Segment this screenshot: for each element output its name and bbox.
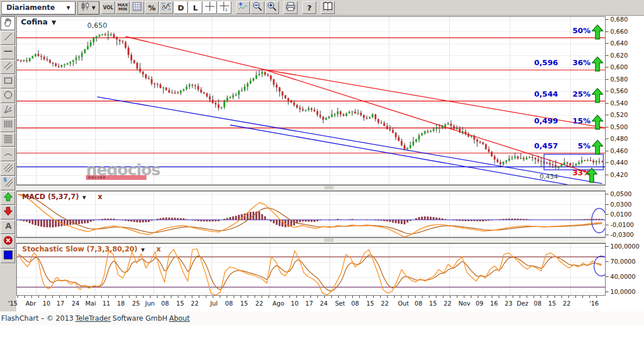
print-button[interactable]: [284, 1, 298, 14]
x-axis-tick: [331, 296, 332, 298]
x-axis-tick: [192, 296, 192, 298]
percent-scale-button[interactable]: %: [145, 1, 159, 14]
x-axis-label: 24: [71, 300, 79, 307]
macd-panel[interactable]: [16, 191, 606, 237]
x-axis-tick: [338, 296, 339, 298]
crosshair-button[interactable]: [203, 1, 217, 14]
splitter-grip-icon[interactable]: [324, 239, 334, 242]
svg-text:L: L: [226, 8, 228, 12]
volume-button[interactable]: VOL: [101, 1, 115, 14]
x-axis-tick: [52, 296, 53, 298]
x-axis-tick: [575, 296, 576, 298]
x-axis-tick: [73, 296, 74, 298]
y-axis-tick: [606, 91, 609, 91]
x-axis-tick: [401, 296, 402, 298]
tool-text-tool[interactable]: A: [1, 220, 15, 234]
symbol-name: Cofina: [21, 17, 48, 26]
chevron-down-icon[interactable]: ▼: [140, 247, 146, 253]
panel-splitter[interactable]: [16, 237, 606, 243]
tool-speed-lines[interactable]: [1, 162, 15, 176]
help-button[interactable]: ?: [302, 1, 316, 14]
add-indicator-button[interactable]: [236, 1, 250, 14]
x-axis-tick: [485, 296, 485, 298]
x-axis-tick: [185, 296, 185, 298]
macd-close-button[interactable]: x: [98, 193, 102, 201]
y-axis-tick: [606, 261, 609, 262]
chevron-down-icon: ▼: [51, 19, 58, 26]
tool-delete-tool[interactable]: [1, 235, 15, 249]
tool-gann-lines[interactable]: S: [1, 176, 15, 190]
fib-price-label: 0,499: [521, 116, 558, 125]
draw-mode-button-label: D: [178, 3, 184, 12]
tool-arrow-up-marker[interactable]: [1, 191, 15, 205]
x-axis-label: 22: [563, 300, 570, 307]
tool-fan-lines[interactable]: [1, 104, 15, 118]
tool-rectangle[interactable]: [1, 75, 15, 88]
x-axis-tick: [520, 296, 520, 298]
price-chart-panel[interactable]: [16, 16, 606, 185]
y-axis-tick: [606, 276, 609, 277]
tool-ellipse[interactable]: [1, 89, 15, 103]
tool-parallel-line[interactable]: [1, 60, 15, 74]
splitter-grip-icon[interactable]: [324, 186, 334, 190]
tool-trend-line[interactable]: [1, 31, 15, 45]
watermark-bar: ONLINE: [86, 175, 146, 180]
chart-type-dropdown[interactable]: ▼: [77, 1, 99, 15]
manual-button[interactable]: [321, 1, 335, 14]
x-axis-tick: [317, 296, 318, 298]
fib-price-label: 0,544: [521, 90, 558, 98]
x-axis-tick: [289, 296, 290, 298]
statusbar-text: FlashChart – © 2013: [1, 314, 73, 322]
y-axis-tick: [606, 175, 609, 175]
crosshair-icon: [205, 1, 215, 14]
teletrader-link[interactable]: TeleTrader: [75, 314, 110, 322]
percent-scale-button-label: %: [148, 3, 156, 12]
crosshair-label-button[interactable]: L: [217, 1, 231, 14]
about-link[interactable]: About: [169, 314, 189, 322]
x-axis-tick: [366, 296, 367, 298]
maxmin-button[interactable]: MAXMIN: [116, 1, 130, 14]
x-axis-tick: [478, 296, 478, 298]
y-axis-label: -0,0100: [610, 221, 634, 228]
x-axis-tick: [38, 296, 39, 298]
symbol-label[interactable]: Cofina ▼: [21, 17, 57, 26]
x-axis-tick: [541, 296, 541, 298]
y-axis-label: 0,460: [610, 147, 628, 154]
chevron-down-icon[interactable]: ▼: [81, 195, 87, 200]
x-axis-tick: [269, 296, 269, 298]
y-axis-label: 0,520: [610, 111, 628, 118]
x-axis-label: 15: [548, 300, 556, 307]
draw-mode-button[interactable]: D: [174, 1, 188, 14]
tool-horizontal-line[interactable]: [1, 45, 15, 59]
y-axis-tick: [606, 79, 609, 80]
y-axis-tick: [606, 246, 609, 247]
period-dropdown[interactable]: Diariamente ▼: [1, 1, 76, 15]
tool-arrow-down-marker[interactable]: [1, 205, 15, 219]
x-axis-tick: [24, 296, 25, 298]
negocios-watermark: negocios ONLINE: [86, 163, 160, 180]
svg-text:S: S: [3, 178, 7, 183]
x-axis-label: 11: [102, 300, 110, 307]
panel-splitter[interactable]: [16, 185, 606, 191]
y-axis-tick: [606, 235, 609, 235]
tool-pan-hand[interactable]: [1, 16, 15, 30]
y-axis-label: 0,0100: [610, 211, 632, 218]
stochastic-close-button[interactable]: x: [156, 245, 161, 253]
x-axis-tick: [31, 296, 32, 298]
zoom-out-button[interactable]: [251, 1, 264, 14]
hilo-markers-button[interactable]: [159, 1, 173, 14]
tool-color-swatch[interactable]: [1, 249, 15, 263]
grid-button[interactable]: [130, 1, 144, 14]
fib-pct-label: 5%: [557, 141, 591, 150]
rect-icon: [3, 75, 13, 88]
down-arrow-icon: [3, 206, 13, 219]
y-axis-label: 0,600: [610, 63, 628, 70]
y-axis-tick: [606, 162, 609, 163]
tool-fibonacci-retracement[interactable]: [1, 133, 15, 147]
tool-arc[interactable]: [1, 147, 15, 161]
tool-fibonacci-time-zones[interactable]: [1, 118, 15, 132]
flashchart-window: Diariamente ▼ ▼ VOLMAXMIN%DLL? SA negoci…: [0, 0, 644, 337]
line-mode-button[interactable]: L: [188, 1, 202, 14]
zoom-in-button[interactable]: [265, 1, 279, 14]
x-axis-tick: [527, 296, 527, 298]
